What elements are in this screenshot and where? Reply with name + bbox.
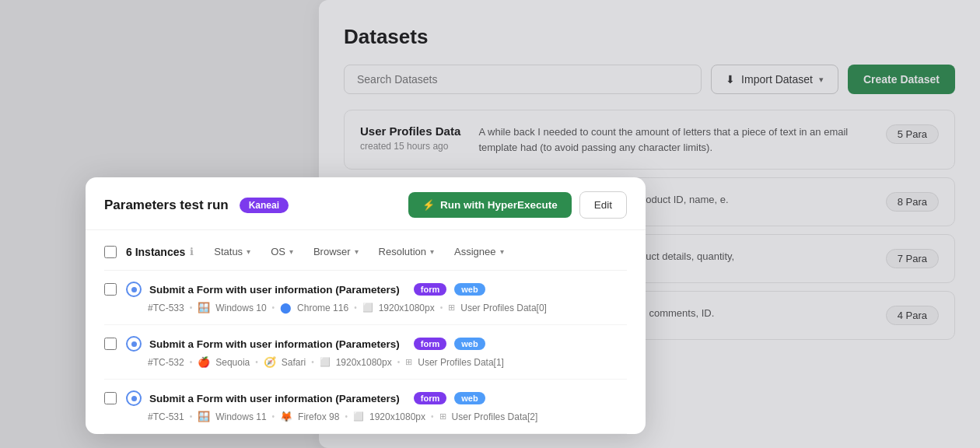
db-icon-1: ⊞ [448,303,455,313]
test-row-1-status-icon [126,282,142,297]
sep-3b: • [272,412,275,421]
test-row-3-checkbox[interactable] [104,392,117,404]
db-icon-2: ⊞ [405,357,412,367]
test-row-1: Submit a Form with user information (Par… [104,271,627,325]
sep-2a: • [190,358,193,366]
test-row-3-status-dot [131,396,137,401]
test-row-1-tag-form: form [414,283,446,296]
resolution-icon-1: ⬜ [362,303,373,313]
test-row-1-resolution: 1920x1080px [379,303,435,313]
os-chevron-icon: ▾ [289,247,293,256]
modal-header: Parameters test run Kaneai ⚡ Run with Hy… [86,177,646,230]
test-row-1-id: #TC-533 [148,303,184,313]
resolution-icon-3: ⬜ [353,411,364,422]
instances-count: 6 Instances [126,246,185,258]
test-row-1-tag-web: web [454,283,485,296]
resolution-chevron-icon: ▾ [430,247,434,256]
test-row-1-checkbox[interactable] [104,283,117,296]
test-row-2-status-dot [131,341,137,347]
modal-body: 6 Instances ℹ Status ▾ OS ▾ Browser ▾ Re… [86,230,646,434]
kaneai-badge: Kaneai [240,198,289,213]
sep-1a: • [190,303,193,312]
os-filter-label: OS [271,246,285,257]
instances-toolbar: 6 Instances ℹ Status ▾ OS ▾ Browser ▾ Re… [104,243,627,271]
test-row-2-status-icon [126,336,142,352]
sep-3a: • [190,412,193,421]
browser-filter-label: Browser [313,246,351,257]
test-row-2-name: Submit a Form with user information (Par… [149,338,400,350]
status-chevron-icon: ▾ [247,247,250,256]
browser-chevron-icon: ▾ [355,247,359,256]
test-row-2: Submit a Form with user information (Par… [104,325,627,380]
test-row-3: Submit a Form with user information (Par… [104,380,627,434]
safari-icon-2: 🧭 [264,356,276,368]
test-row-2-meta: #TC-532 • 🍎 Sequoia • 🧭 Safari • ⬜ 1920x… [104,356,627,368]
test-row-3-status-icon [126,390,142,406]
db-icon-3: ⊞ [439,411,446,422]
windows-icon-3: 🪟 [198,411,210,422]
sep-3d: • [431,412,434,421]
test-row-3-browser: Firefox 98 [298,411,339,422]
resolution-filter-button[interactable]: Resolution ▾ [374,243,439,261]
assignee-filter-button[interactable]: Assignee ▾ [450,243,508,261]
test-row-3-os: Windows 11 [215,411,266,422]
sep-1b: • [272,303,275,312]
edit-button[interactable]: Edit [579,191,627,219]
sep-2b: • [255,358,258,366]
resolution-icon-2: ⬜ [320,357,331,367]
sep-1c: • [354,303,357,312]
test-row-2-dataset: User Profiles Data[1] [418,357,504,368]
chrome-icon-1: ⬤ [280,302,292,313]
assignee-filter-label: Assignee [454,246,495,257]
test-row-2-top: Submit a Form with user information (Par… [104,336,627,352]
test-row-2-id: #TC-532 [148,357,184,368]
test-row-3-dataset: User Profiles Data[2] [452,411,538,422]
test-row-3-resolution: 1920x1080px [369,411,425,422]
test-row-1-meta: #TC-533 • 🪟 Windows 10 • ⬤ Chrome 116 • … [104,302,627,313]
test-row-1-os: Windows 10 [215,303,266,313]
test-row-2-tag-web: web [454,338,485,350]
test-row-2-browser: Safari [282,357,306,368]
test-row-2-tag-form: form [414,338,446,350]
info-icon: ℹ [190,246,194,257]
test-row-2-os: Sequoia [215,357,250,368]
browser-filter-button[interactable]: Browser ▾ [309,243,363,261]
test-row-3-top: Submit a Form with user information (Par… [104,390,627,406]
modal-title: Parameters test run [104,198,229,213]
run-hyperexecute-button[interactable]: ⚡ Run with HyperExecute [408,192,572,218]
sep-2c: • [311,358,314,366]
select-all-checkbox[interactable] [104,246,117,258]
test-row-1-browser: Chrome 116 [297,303,348,313]
modal-header-actions: ⚡ Run with HyperExecute Edit [408,191,627,219]
resolution-filter-label: Resolution [379,246,426,257]
test-row-3-tag-web: web [454,392,485,404]
test-row-2-resolution: 1920x1080px [336,357,392,368]
test-row-1-status-dot [131,287,137,292]
bolt-icon: ⚡ [422,199,435,211]
test-row-1-name: Submit a Form with user information (Par… [149,284,400,296]
windows-icon-1: 🪟 [198,302,210,313]
run-label: Run with HyperExecute [440,199,558,211]
sep-2d: • [397,358,401,366]
sep-3c: • [345,412,348,421]
test-row-3-id: #TC-531 [148,411,184,422]
test-row-1-top: Submit a Form with user information (Par… [104,282,627,297]
sep-1d: • [440,303,443,312]
test-row-3-tag-form: form [414,392,446,404]
firefox-icon-3: 🦊 [280,411,292,422]
modal-panel: Parameters test run Kaneai ⚡ Run with Hy… [86,177,646,434]
os-filter-button[interactable]: OS ▾ [266,243,298,261]
test-row-2-checkbox[interactable] [104,338,117,350]
test-row-1-dataset: User Profiles Data[0] [460,303,547,313]
apple-icon-2: 🍎 [198,356,210,368]
test-row-3-name: Submit a Form with user information (Par… [149,393,400,404]
assignee-chevron-icon: ▾ [500,247,504,256]
status-filter-button[interactable]: Status ▾ [209,243,255,261]
status-filter-label: Status [214,246,243,257]
test-row-3-meta: #TC-531 • 🪟 Windows 11 • 🦊 Firefox 98 • … [104,411,627,422]
